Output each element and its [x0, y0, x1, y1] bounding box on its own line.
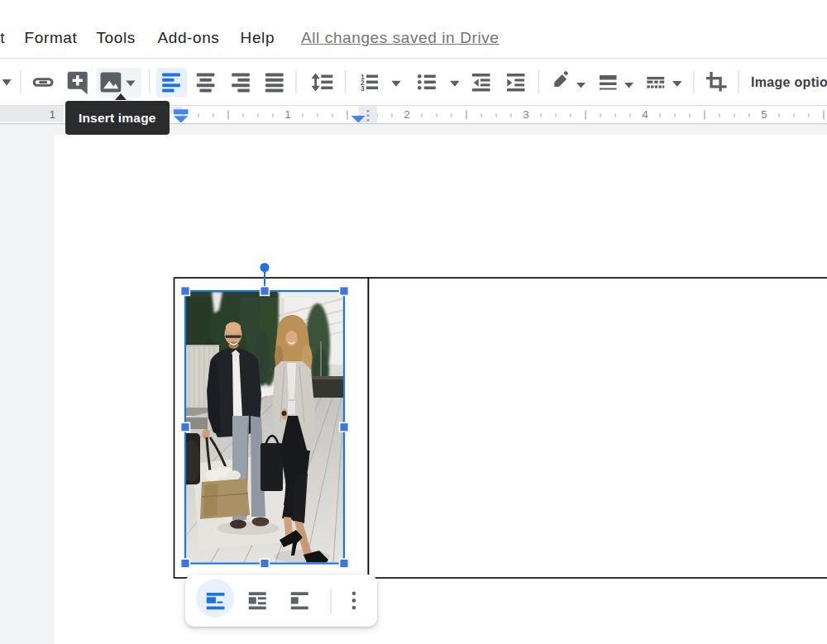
svg-text:5: 5	[761, 108, 767, 121]
svg-text:1: 1	[49, 108, 55, 121]
svg-text:1: 1	[284, 108, 291, 121]
svg-text:3: 3	[523, 108, 529, 121]
svg-text:2: 2	[404, 108, 410, 121]
svg-text:3: 3	[361, 84, 365, 93]
svg-text:4: 4	[642, 108, 648, 121]
